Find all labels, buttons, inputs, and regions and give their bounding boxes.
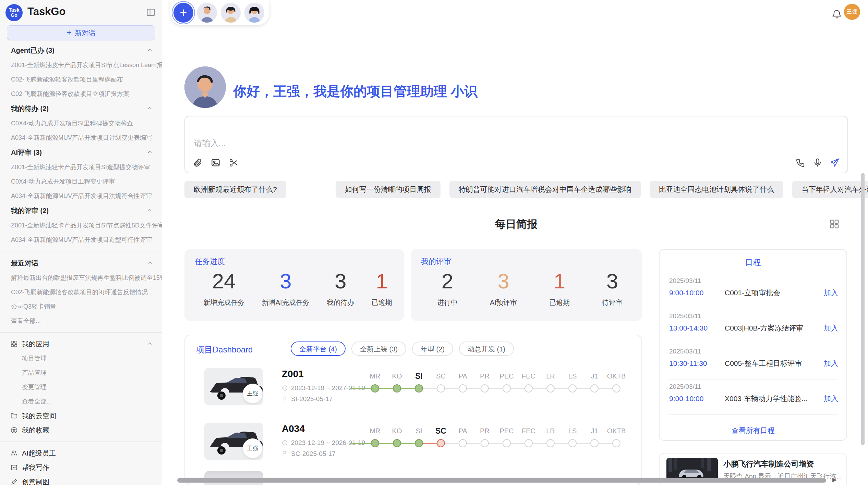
vertical-scrollbar[interactable]	[861, 173, 865, 445]
list-item[interactable]: A034-全新新能源MUV产品开发项目造型可行性评审	[0, 233, 162, 247]
divider	[668, 309, 837, 309]
suggestion-chip[interactable]: 当下年轻人对汽车外观有怎样的喜好趋势	[792, 181, 868, 198]
horizontal-scrollbar[interactable]	[177, 478, 826, 483]
stat-value: 2	[437, 269, 458, 293]
section-my-review[interactable]: 我的评审 (2)	[0, 203, 162, 218]
join-link[interactable]: 加入	[824, 288, 838, 298]
project-name: A034	[282, 423, 305, 434]
writing-icon	[10, 464, 18, 471]
suggestion-chip[interactable]: 如何写一份清晰的项目周报	[336, 181, 441, 198]
layout-grid-icon[interactable]	[829, 219, 840, 229]
list-item[interactable]: A034-全新新能源MUV产品开发项目法规符合性评审	[0, 189, 162, 203]
project-name: Z001	[282, 369, 304, 380]
stat-value: 3	[602, 269, 623, 293]
list-item[interactable]: C02-飞腾新能源轻客改款项目里程碑画布	[0, 72, 162, 87]
notification-bell-icon[interactable]	[831, 8, 842, 20]
milestone-pec: PEC	[496, 426, 518, 447]
my-review-card: 我的评审 2 进行中 3 AI预评审 1 已逾期 3 待评审	[411, 249, 642, 321]
section-my-todo[interactable]: 我的待办 (2)	[0, 101, 162, 116]
list-item[interactable]: A034-全新新能源MUV产品开发项目计划变更表编写	[0, 130, 162, 145]
sidebar-item-label: 我的应用	[22, 340, 49, 348]
tab-powertrain[interactable]: 动总开发 (1)	[459, 341, 514, 356]
suggestion-chip[interactable]: 特朗普可能对进口汽车增税会对中国车企造成哪些影响	[449, 181, 641, 198]
chat-input[interactable]: 请输入...	[184, 116, 848, 173]
view-all-link[interactable]: 查看全部...	[0, 314, 162, 328]
sidebar-item-project-mgmt[interactable]: 项目管理	[0, 351, 162, 365]
agent-avatar-1[interactable]	[197, 3, 217, 23]
section-ai-review[interactable]: AI评审 (3)	[0, 145, 162, 160]
stat-label: 进行中	[437, 298, 458, 307]
stat-label: 新增完成任务	[203, 298, 244, 307]
milestone-ls: LS	[562, 371, 583, 393]
microphone-icon[interactable]	[812, 158, 823, 168]
agent-avatar-2[interactable]	[221, 3, 241, 23]
app-logo: Task Go	[5, 4, 23, 21]
user-avatar[interactable]: 王强	[844, 4, 860, 20]
suggestion-chip[interactable]: 比亚迪全固态电池计划具体说了什么	[650, 181, 783, 198]
list-item[interactable]: 解释最新出台的欧盟报废车法规再生塑料比例被调至15%...	[0, 271, 162, 285]
stat-pending-review: 3 待评审	[602, 269, 623, 307]
milestone-ls: LS	[562, 426, 583, 447]
sidebar-item-my-apps[interactable]: 我的应用	[0, 337, 162, 351]
milestone-fec: FEC	[518, 371, 540, 393]
view-all-link[interactable]: 查看全部...	[0, 394, 162, 409]
apps-grid-icon	[10, 340, 18, 348]
milestone-ko: KO	[386, 426, 408, 447]
sidebar-collapse-icon[interactable]	[146, 8, 156, 17]
task-progress-card: 任务进度 24 新增完成任务 3 新增AI完成任务 3 我的待办 1 已逾期	[184, 249, 404, 321]
section-title: 最近对话	[11, 259, 38, 267]
project-row-z001[interactable]: 王强 Z001 2023-12-19 ~ 2027-01-19 SI-2025-…	[185, 368, 641, 423]
agent-avatar-3[interactable]	[244, 3, 264, 23]
milestone-pr: PR	[474, 371, 496, 393]
image-icon[interactable]	[210, 158, 221, 168]
tab-new-body[interactable]: 全新上装 (3)	[351, 341, 406, 356]
tab-year-model[interactable]: 年型 (2)	[412, 341, 453, 356]
flag-icon	[282, 451, 288, 457]
milestone-mr: MR	[364, 426, 386, 447]
project-dashboard-card: 项目Dashboard 全新平台 (4) 全新上装 (3) 年型 (2) 动总开…	[184, 335, 642, 485]
section-recent-chats[interactable]: 最近对话	[0, 256, 162, 271]
view-all-schedule-link[interactable]: 查看所有日程	[660, 426, 846, 435]
sidebar-item-cloud-space[interactable]: 我的云空间	[0, 409, 162, 423]
stat-label: 新增AI完成任务	[262, 298, 310, 307]
suggestion-chip[interactable]: 欧洲新规最近颁布了什么?	[184, 181, 286, 198]
list-item[interactable]: C02-飞腾新能源轻客改款项目的闭环通告反馈情况	[0, 285, 162, 299]
add-agent-button[interactable]: +	[173, 3, 193, 23]
sidebar-item-change-mgmt[interactable]: 变更管理	[0, 380, 162, 394]
list-item[interactable]: Z001-全新燃油轻卡产品开发项目SI造型提交物评审	[0, 160, 162, 174]
scissors-icon[interactable]	[228, 158, 239, 168]
join-link[interactable]: 加入	[824, 359, 838, 368]
paperclip-icon[interactable]	[193, 158, 203, 168]
sidebar-item-ai-super-staff[interactable]: AI超级员工	[0, 446, 162, 460]
milestone-j1: J1	[583, 371, 605, 393]
list-item[interactable]: Z001-全新燃油皮卡产品开发项目SI节点Lesson Learn报告	[0, 58, 162, 72]
join-link[interactable]: 加入	[824, 394, 838, 403]
sidebar-item-label: 我的收藏	[22, 426, 49, 434]
list-item[interactable]: Z001-全新燃油轻卡产品开发项目SI节点属性5D文件评审	[0, 218, 162, 233]
milestone-ko: KO	[386, 371, 408, 393]
list-item[interactable]: C0X4-动力总成开发项目工程变更评审	[0, 174, 162, 189]
card-title: 我的评审	[421, 257, 639, 267]
send-icon[interactable]	[830, 158, 840, 168]
list-item[interactable]: C0X4-动力总成开发项目SI里程碑提交物检查	[0, 116, 162, 130]
event-date: 2025/03/11	[669, 312, 838, 320]
project-row-a034[interactable]: 王强 A034 2023-12-19 ~ 2026-01-19 SC-2025-…	[185, 423, 641, 477]
new-chat-button[interactable]: + 新对话	[7, 25, 155, 40]
scroll-right-arrow-icon[interactable]: ▶	[832, 476, 837, 483]
milestone-pec: PEC	[496, 371, 518, 393]
tab-all-new-platform[interactable]: 全新平台 (4)	[291, 341, 346, 356]
phone-icon[interactable]	[795, 158, 806, 168]
section-title: 我的待办 (2)	[11, 105, 49, 112]
sidebar-item-favorites[interactable]: 我的收藏	[0, 423, 162, 437]
divider	[668, 414, 837, 415]
list-item[interactable]: 公司Q3轻卡销量	[0, 299, 162, 314]
milestone-oktb: OKTB	[605, 371, 627, 393]
list-item[interactable]: C02-飞腾新能源轻客改款项目立项汇报方案	[0, 87, 162, 101]
milestone-pa: PA	[452, 371, 474, 393]
sidebar-item-product-mgmt[interactable]: 产品管理	[0, 365, 162, 380]
section-agent-done[interactable]: Agent已办 (3)	[0, 43, 162, 58]
sidebar-item-help-write[interactable]: 帮我写作	[0, 460, 162, 475]
event-time: 10:30-11:30	[669, 359, 725, 368]
join-link[interactable]: 加入	[824, 323, 838, 333]
sidebar-item-creative-drawing[interactable]: 创意制图	[0, 475, 162, 485]
